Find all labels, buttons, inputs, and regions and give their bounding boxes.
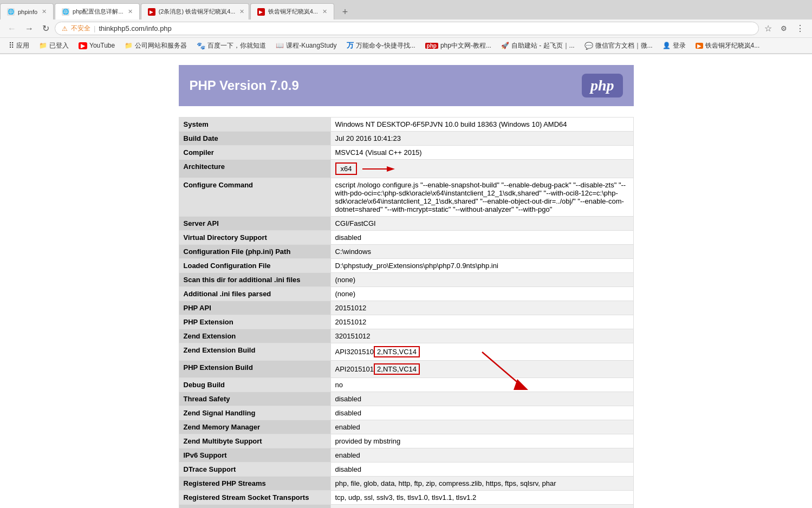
tab-close-phpconfig[interactable]: ✕ bbox=[128, 8, 133, 15]
tab-close-phpinfo[interactable]: ✕ bbox=[42, 8, 47, 15]
bookmark-wechat[interactable]: 💬 微信官方文档｜微... bbox=[580, 40, 657, 51]
table-cell-key: Registered PHP Streams bbox=[179, 477, 330, 491]
table-cell-key: Configuration File (php.ini) Path bbox=[179, 245, 330, 259]
tab-label-phpconfig: php配置信息详解... bbox=[73, 8, 124, 16]
separator: | bbox=[94, 24, 95, 32]
table-cell-value: CGI/FastCGI bbox=[330, 217, 633, 231]
table-cell-value: php, file, glob, data, http, ftp, zip, c… bbox=[330, 477, 633, 491]
table-cell-key: Compiler bbox=[179, 146, 330, 160]
table-cell-key: PHP Extension bbox=[179, 315, 330, 329]
table-row: Debug Buildno bbox=[179, 378, 633, 392]
table-row: Zend Memory Managerenabled bbox=[179, 420, 633, 434]
page-content: PHP Version 7.0.9 php SystemWindows NT D… bbox=[0, 54, 812, 508]
table-row: SystemWindows NT DESKTOP-6F5PJVN 10.0 bu… bbox=[179, 118, 633, 132]
login-icon: 👤 bbox=[662, 42, 671, 49]
forward-button[interactable]: → bbox=[22, 23, 37, 35]
url-text: thinkphp5.com/info.php bbox=[99, 24, 171, 32]
bookmark-qifei[interactable]: 🚀 自助建站 - 起飞页｜... bbox=[497, 40, 579, 51]
wechat-label: 微信官方文档｜微... bbox=[595, 41, 653, 50]
reload-button[interactable]: ↻ bbox=[39, 22, 53, 35]
tab-close-video2[interactable]: ✕ bbox=[322, 8, 327, 15]
bookmark-phpcn[interactable]: php php中文网-教程... bbox=[421, 40, 496, 51]
table-row: Configuration File (php.ini) PathC:\wind… bbox=[179, 245, 633, 259]
table-cell-key: Configure Command bbox=[179, 178, 330, 217]
command-label: 万能命令-快捷寻找... bbox=[356, 41, 415, 50]
table-cell-value: enabled bbox=[330, 420, 633, 434]
youtube-label: YouTube bbox=[89, 42, 115, 49]
tab-label-video1: (2条消息) 铁齿铜牙纪晓岚4... bbox=[159, 8, 236, 16]
table-cell-key: DTrace Support bbox=[179, 463, 330, 477]
bookmark-login[interactable]: 👤 登录 bbox=[658, 40, 690, 51]
table-row: Additional .ini files parsed(none) bbox=[179, 287, 633, 301]
zend-ext-build-highlighted: 2,NTS,VC14 bbox=[374, 346, 420, 357]
tab-close-video1[interactable]: ✕ bbox=[239, 8, 244, 15]
bookmark-company[interactable]: 📁 公司网站和服务器 bbox=[120, 40, 191, 51]
table-cell-value: disabled bbox=[330, 463, 633, 477]
info-table: SystemWindows NT DESKTOP-6F5PJVN 10.0 bu… bbox=[179, 117, 634, 508]
php-version-title: PHP Version 7.0.9 bbox=[190, 78, 299, 93]
php-ext-build-wrapper: API20151012,NTS,VC14 bbox=[335, 363, 629, 375]
table-cell-key: Zend Signal Handling bbox=[179, 406, 330, 420]
security-label: 不安全 bbox=[71, 24, 90, 33]
table-row: Registered PHP Streamsphp, file, glob, d… bbox=[179, 477, 633, 491]
phpinfo-header: PHP Version 7.0.9 php bbox=[179, 65, 634, 106]
kuangstudy-icon: 📖 bbox=[276, 42, 284, 49]
tab-icon-video2: ▶ bbox=[257, 8, 265, 16]
table-cell-value: 320151012 bbox=[330, 329, 633, 343]
command-icon: 万 bbox=[347, 41, 354, 50]
bookmark-kuangstudy[interactable]: 📖 课程-KuangStudy bbox=[271, 40, 341, 51]
table-cell-value: MSVC14 (Visual C++ 2015) bbox=[330, 146, 633, 160]
table-cell-key: Virtual Directory Support bbox=[179, 231, 330, 245]
table-row: Thread Safetydisabled bbox=[179, 392, 633, 406]
address-bar[interactable]: ⚠ 不安全 | thinkphp5.com/info.php bbox=[55, 22, 759, 35]
table-cell-key: PHP API bbox=[179, 301, 330, 315]
table-cell-key: Additional .ini files parsed bbox=[179, 287, 330, 301]
login-label: 登录 bbox=[673, 41, 686, 50]
bookmark-loggedin[interactable]: 📁 已登入 bbox=[35, 40, 73, 51]
table-cell-key: Zend Extension bbox=[179, 329, 330, 343]
bookmark-drama[interactable]: ▶ 铁齿铜牙纪晓岚4... bbox=[691, 40, 764, 51]
table-cell-value: convert.iconv.*, mcrypt.*, mdecrypt.*, s… bbox=[330, 505, 633, 509]
new-tab-button[interactable]: + bbox=[337, 4, 353, 19]
extensions-button[interactable]: ⚙ bbox=[777, 23, 790, 34]
table-row: Loaded Configuration FileD:\phpstudy_pro… bbox=[179, 259, 633, 273]
browser-chrome: 🌐 phpinfo ✕ 🌐 php配置信息详解... ✕ ▶ (2条消息) 铁齿… bbox=[0, 0, 812, 54]
bookmarks-bar: ⠿ 应用 📁 已登入 ▶ YouTube 📁 公司网站和服务器 🐾 百度一下，你… bbox=[0, 38, 812, 54]
table-cell-key: PHP Extension Build bbox=[179, 361, 330, 378]
tab-phpconfig[interactable]: 🌐 php配置信息详解... ✕ bbox=[55, 3, 140, 19]
bookmark-command[interactable]: 万 万能命令-快捷寻找... bbox=[342, 40, 420, 51]
svg-marker-1 bbox=[387, 166, 395, 172]
menu-button[interactable]: ⋮ bbox=[792, 22, 808, 35]
table-row: PHP Extension BuildAPI20151012,NTS,VC14 bbox=[179, 361, 633, 378]
table-cell-value: tcp, udp, ssl, sslv3, tls, tlsv1.0, tlsv… bbox=[330, 491, 633, 505]
table-cell-value: no bbox=[330, 378, 633, 392]
security-warning-icon: ⚠ bbox=[62, 25, 68, 32]
drama-label: 铁齿铜牙纪晓岚4... bbox=[705, 41, 760, 50]
table-row: Scan this dir for additional .ini files(… bbox=[179, 273, 633, 287]
table-cell-value: Windows NT DESKTOP-6F5PJVN 10.0 build 18… bbox=[330, 118, 633, 132]
php-ext-build-highlighted: 2,NTS,VC14 bbox=[374, 363, 420, 375]
table-cell-key: Architecture bbox=[179, 160, 330, 178]
bookmark-youtube[interactable]: ▶ YouTube bbox=[74, 41, 119, 50]
table-row: Zend Multibyte Supportprovided by mbstri… bbox=[179, 434, 633, 448]
bookmark-baidu[interactable]: 🐾 百度一下，你就知道 bbox=[192, 40, 270, 51]
table-cell-value: C:\windows bbox=[330, 245, 633, 259]
table-cell-key: IPv6 Support bbox=[179, 448, 330, 463]
table-row: Zend Extension320151012 bbox=[179, 329, 633, 343]
tab-video1[interactable]: ▶ (2条消息) 铁齿铜牙纪晓岚4... ✕ bbox=[141, 3, 249, 19]
table-cell-value: provided by mbstring bbox=[330, 434, 633, 448]
tab-video2[interactable]: ▶ 铁齿铜牙纪晓岚4... ✕ bbox=[250, 3, 334, 19]
bookmark-apps[interactable]: ⠿ 应用 bbox=[4, 40, 34, 51]
table-cell-value: cscript /nologo configure.js "--enable-s… bbox=[330, 178, 633, 217]
baidu-icon: 🐾 bbox=[197, 42, 205, 50]
back-button[interactable]: ← bbox=[4, 23, 20, 35]
tab-phpinfo[interactable]: 🌐 phpinfo ✕ bbox=[0, 3, 54, 19]
baidu-label: 百度一下，你就知道 bbox=[207, 41, 266, 50]
bookmark-star-button[interactable]: ☆ bbox=[761, 22, 775, 35]
phpinfo-container: PHP Version 7.0.9 php SystemWindows NT D… bbox=[173, 65, 639, 508]
folder-icon-loggedin: 📁 bbox=[39, 42, 47, 49]
company-label: 公司网站和服务器 bbox=[135, 41, 187, 50]
table-row: Architecturex64 bbox=[179, 160, 633, 178]
annotation-arrow-arch bbox=[362, 164, 395, 174]
table-row: Configure Commandcscript /nologo configu… bbox=[179, 178, 633, 217]
